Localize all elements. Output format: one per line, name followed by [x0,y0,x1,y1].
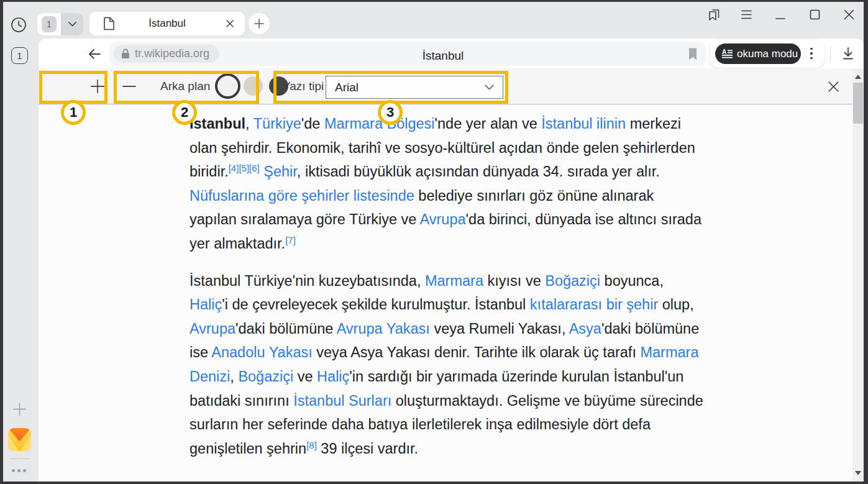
side-panel-button[interactable] [707,8,721,22]
downloads-button[interactable] [841,47,855,60]
article-link[interactable]: Haliç [317,368,349,385]
minus-icon [121,78,137,94]
url-field[interactable]: tr.wikipedia.org İstanbul [109,42,706,66]
scrollbar-thumb[interactable] [853,83,863,124]
article-link[interactable]: İstanbul ilinin [541,116,626,132]
dot [810,57,812,59]
article-link[interactable]: Anadolu Yakası [211,344,312,360]
dot [810,48,812,50]
article-link[interactable]: Boğaziçi [545,273,600,289]
article-text: , [230,368,238,385]
article-text: 'de [301,116,324,132]
back-arrow-icon [87,47,102,61]
article-link[interactable]: İstanbul Surları [293,393,391,409]
background-swatches [218,76,288,96]
article-link[interactable]: Avrupa [190,321,235,337]
scrollbar[interactable] [852,68,864,482]
site-info-chip[interactable]: tr.wikipedia.org [114,45,219,63]
article-text: 'daki bölümüne [235,321,337,337]
hamburger-icon [741,10,752,19]
tab-istanbul[interactable]: İstanbul [89,12,245,35]
sidebar-add-button[interactable] [12,402,27,416]
history-button[interactable] [10,16,27,34]
download-icon [841,47,855,60]
article-link[interactable]: Asya [569,321,601,337]
article-reference[interactable]: [8] [306,440,317,450]
scroll-down-arrow[interactable] [855,471,861,475]
article-text: İstanbul Türkiye'nin kuzeybatısında, [190,273,425,289]
bookmark-flag-icon [687,47,698,61]
browser-window: 1 İstanbul [0,0,868,484]
close-icon [224,17,236,30]
reading-mode-badge[interactable]: A okuma modu [715,43,801,64]
dot [12,469,15,472]
lock-icon [121,48,130,59]
scroll-up-arrow[interactable] [855,75,861,79]
plus-icon [89,78,106,94]
document-icon [103,17,115,30]
article-text: , iktisadi büyüklük açısından dünyada 34… [297,163,660,180]
article-text: ve [293,368,317,385]
font-select[interactable]: Arial [326,76,503,99]
chevron-down-icon [485,84,494,90]
back-button[interactable] [87,47,101,61]
address-bar-divider [830,47,831,62]
bookmarks-panel-icon [707,8,721,22]
article-text: veya Rumeli Yakası, [430,321,569,337]
reading-mode-options-button[interactable] [805,45,818,62]
tab-group-count-segment[interactable]: 1 [37,13,61,35]
article-text: 39 ilçesi vardır. [317,441,418,457]
article-paragraph: İstanbul Türkiye'nin kuzeybatısında, Mar… [190,269,704,461]
article-text: İstanbul [190,116,245,132]
chevron-down-icon [68,22,76,27]
article-link[interactable]: Marmara [425,273,483,289]
article-text: olup, [658,296,694,313]
article-reference[interactable]: [6] [249,163,260,173]
reading-mode-label: okuma modu [737,48,798,60]
reading-mode-cluster: A okuma modu [710,40,825,68]
sidebar-tab-counter[interactable]: 1 [11,47,28,64]
article-reference[interactable]: [7] [285,235,296,245]
article-link[interactable]: Haliç [190,296,222,313]
window-close-button[interactable] [844,9,857,23]
maximize-button[interactable] [810,9,823,23]
address-bar-title: İstanbul [423,49,464,63]
sidebar-divider [10,459,29,459]
article-link[interactable]: Şehir [263,163,297,180]
article-reference[interactable]: [4] [229,163,239,173]
background-swatch-light[interactable] [218,76,237,96]
background-swatch-sepia[interactable] [244,76,263,96]
plus-icon [254,18,265,29]
reader-toolbar-close-button[interactable] [828,81,839,93]
new-tab-button[interactable] [249,13,270,34]
zoom-out-button[interactable] [121,78,137,94]
font-select-value: Arial [335,81,485,94]
close-icon [844,9,854,20]
sidebar-tab-counter-value: 1 [17,50,22,61]
article-reference[interactable]: [5] [239,163,249,173]
article-link[interactable]: Türkiye [254,116,301,132]
minimize-button[interactable] [775,12,789,26]
dot [23,469,26,472]
dot [17,469,21,472]
article-link[interactable]: Nüfuslarına göre şehirler listesinde [190,188,414,204]
sidebar-more-button[interactable] [12,467,28,473]
article-text: boyunca, [600,273,664,289]
article-text: , [245,116,254,132]
address-bar: tr.wikipedia.org İstanbul A okuma modu [39,39,864,68]
domain-text: tr.wikipedia.org [135,47,209,60]
tab-group-expand[interactable] [61,13,83,35]
close-icon [828,81,839,93]
article-link[interactable]: Boğaziçi [238,368,293,385]
article-text: kıyısı ve [483,273,545,289]
tab-close-button[interactable] [224,17,236,30]
article-link[interactable]: Marmara Bölgesi [324,116,435,132]
article-link[interactable]: Avrupa [420,211,466,227]
zoom-in-button[interactable] [89,78,106,94]
mail-app-icon[interactable] [8,428,31,451]
article-link[interactable]: Avrupa Yakası [337,321,430,337]
bookmark-button[interactable] [687,47,698,61]
article-link[interactable]: kıtalararası bir şehir [530,296,658,313]
menu-button[interactable] [741,10,755,24]
tab-group-chip[interactable]: 1 [37,13,83,35]
